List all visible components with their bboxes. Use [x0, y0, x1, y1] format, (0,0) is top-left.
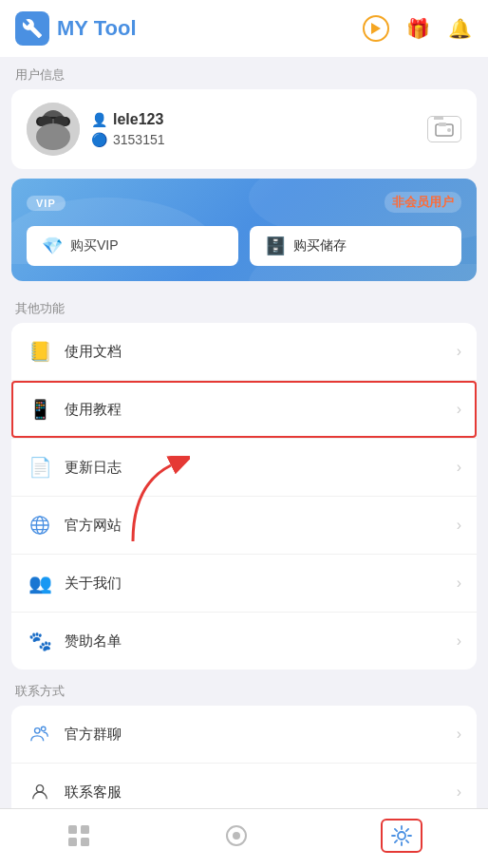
chevron-icon: ›: [457, 459, 461, 476]
chevron-icon: ›: [457, 575, 461, 592]
header: MY Tool 🎁 🔔: [0, 0, 488, 57]
chevron-icon: ›: [457, 343, 461, 360]
svg-point-17: [35, 728, 41, 734]
tutorial-icon: 📱: [27, 396, 53, 423]
buy-storage-label: 购买储存: [293, 237, 347, 255]
docs-label: 使用文档: [65, 343, 122, 361]
gift-icon[interactable]: 🎁: [404, 15, 431, 42]
svg-point-31: [398, 832, 405, 840]
website-icon: [27, 512, 53, 538]
svg-rect-27: [68, 838, 77, 846]
sponsors-item[interactable]: 🐾 赞助名单 ›: [11, 613, 477, 670]
storage-icon: 🗄️: [265, 236, 286, 256]
user-info-label: 用户信息: [0, 57, 488, 89]
changelog-item[interactable]: 📄 更新日志 ›: [11, 439, 477, 497]
customer-service-label: 联系客服: [65, 783, 122, 802]
avatar: [27, 103, 80, 156]
app-title: MY Tool: [57, 16, 137, 41]
about-item[interactable]: 👥 关于我们 ›: [11, 555, 477, 613]
user-info-card: 👤 lele123 🔵 3153151: [11, 89, 477, 169]
vip-banner: VIP 非会员用户 💎 购买VIP 🗄️ 购买储存: [11, 179, 477, 281]
id-icon: 🔵: [91, 132, 107, 147]
about-label: 关于我们: [65, 575, 122, 593]
group-chat-item[interactable]: 官方群聊 ›: [11, 706, 477, 764]
nav-settings[interactable]: [381, 819, 422, 853]
buy-storage-button[interactable]: 🗄️ 购买储存: [250, 226, 461, 266]
changelog-label: 更新日志: [65, 459, 122, 477]
sponsors-label: 赞助名单: [65, 632, 122, 651]
group-chat-icon: [27, 721, 53, 747]
app-icon: [15, 11, 49, 46]
svg-point-10: [447, 128, 451, 132]
svg-rect-28: [81, 838, 89, 846]
bottom-nav: [0, 808, 488, 868]
other-functions-label: 其他功能: [0, 291, 488, 323]
chevron-icon: ›: [457, 517, 461, 534]
vip-buttons: 💎 购买VIP 🗄️ 购买储存: [27, 226, 461, 266]
svg-point-30: [233, 832, 240, 840]
svg-rect-25: [68, 825, 77, 834]
user-id: 3153151: [113, 132, 165, 147]
other-functions-card: 📒 使用文档 › 📱 使用教程 › 📄 更新日志 ›: [11, 323, 477, 670]
username: lele123: [113, 111, 163, 128]
non-member-label: 非会员用户: [385, 192, 461, 213]
buy-vip-button[interactable]: 💎 购买VIP: [27, 226, 238, 266]
group-chat-label: 官方群聊: [65, 726, 122, 744]
about-icon: 👥: [27, 570, 53, 596]
svg-point-18: [41, 726, 46, 731]
contact-label: 联系方式: [0, 673, 488, 706]
docs-item[interactable]: 📒 使用文档 ›: [11, 323, 477, 381]
docs-icon: 📒: [27, 338, 53, 365]
buy-vip-label: 购买VIP: [70, 237, 119, 255]
customer-service-icon: [27, 779, 53, 805]
svg-marker-0: [371, 23, 381, 34]
header-left: MY Tool: [15, 11, 137, 46]
website-item[interactable]: 官方网站 ›: [11, 497, 477, 555]
chevron-icon: ›: [457, 726, 461, 743]
tutorial-item[interactable]: 📱 使用教程 ›: [11, 381, 477, 439]
svg-point-7: [36, 123, 70, 150]
nav-home[interactable]: [223, 822, 250, 849]
chevron-icon: ›: [457, 783, 461, 801]
tutorial-label: 使用教程: [65, 401, 122, 419]
svg-rect-26: [81, 825, 89, 834]
chevron-icon: ›: [457, 632, 461, 650]
vip-badge: VIP: [27, 196, 66, 211]
user-icon: 👤: [91, 112, 107, 127]
play-button[interactable]: [363, 15, 389, 42]
diamond-icon: 💎: [42, 236, 63, 256]
website-label: 官方网站: [65, 517, 122, 535]
nav-grid[interactable]: [66, 822, 92, 849]
user-details: 👤 lele123 🔵 3153151: [91, 111, 165, 147]
changelog-icon: 📄: [27, 454, 53, 481]
svg-point-19: [36, 785, 43, 792]
wallet-icon[interactable]: [427, 116, 461, 142]
sponsors-icon: 🐾: [27, 628, 53, 654]
chevron-icon: ›: [457, 401, 461, 418]
bell-icon[interactable]: 🔔: [446, 15, 473, 42]
header-right: 🎁 🔔: [363, 15, 473, 42]
svg-rect-9: [439, 123, 446, 126]
